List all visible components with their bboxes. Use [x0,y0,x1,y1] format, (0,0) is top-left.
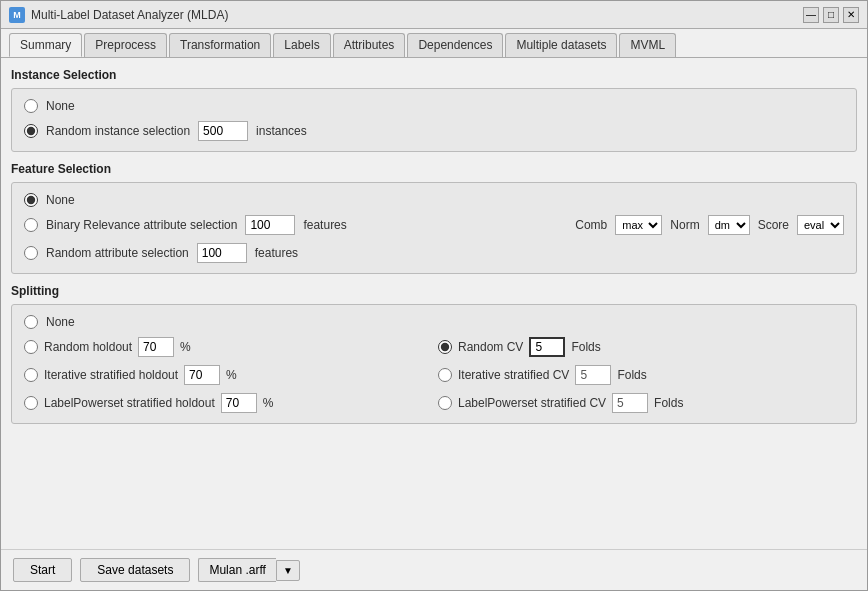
tab-attributes[interactable]: Attributes [333,33,406,57]
feature-random-row: Random attribute selection features [24,243,844,263]
splitting-box: None Random holdout % Random CV Folds [11,304,857,424]
minimize-button[interactable]: — [803,7,819,23]
feature-random-suffix: features [255,246,298,260]
splitting-lp-holdout-suffix: % [263,396,274,410]
score-label: Score [758,218,789,232]
comb-select[interactable]: max [615,215,662,235]
instance-random-row: Random instance selection instances [24,121,844,141]
splitting-random-cv-value[interactable] [529,337,565,357]
window-controls: — □ ✕ [803,7,859,23]
splitting-left-2: Iterative stratified holdout % [24,365,430,385]
instance-selection-box: None Random instance selection instances [11,88,857,152]
splitting-none-label: None [46,315,75,329]
instance-random-label: Random instance selection [46,124,190,138]
feature-selection-section: Feature Selection None Binary Relevance … [11,162,857,274]
feature-random-value[interactable] [197,243,247,263]
tab-labels[interactable]: Labels [273,33,330,57]
tab-mvml[interactable]: MVML [619,33,676,57]
instance-none-row: None [24,99,844,113]
bottom-bar: Start Save datasets Mulan .arff ▼ [1,549,867,590]
instance-random-radio[interactable] [24,124,38,138]
tab-summary[interactable]: Summary [9,33,82,57]
tab-bar: Summary Preprocess Transformation Labels… [1,29,867,58]
instance-selection-title: Instance Selection [11,68,857,82]
splitting-random-holdout-radio[interactable] [24,340,38,354]
splitting-random-holdout-value[interactable] [138,337,174,357]
splitting-lp-cv-radio[interactable] [438,396,452,410]
main-content: Instance Selection None Random instance … [1,58,867,549]
instance-selection-section: Instance Selection None Random instance … [11,68,857,152]
title-bar: M Multi-Label Dataset Analyzer (MLDA) — … [1,1,867,29]
splitting-left-3: LabelPowerset stratified holdout % [24,393,430,413]
splitting-section: Splitting None Random holdout % [11,284,857,424]
splitting-random-holdout-label: Random holdout [44,340,132,354]
splitting-left-1: Random holdout % [24,337,430,357]
splitting-iterative-cv-label: Iterative stratified CV [458,368,569,382]
splitting-lp-holdout-radio[interactable] [24,396,38,410]
splitting-none-radio[interactable] [24,315,38,329]
splitting-lp-holdout-label: LabelPowerset stratified holdout [44,396,215,410]
save-datasets-button[interactable]: Save datasets [80,558,190,582]
feature-none-row: None [24,193,844,207]
tab-preprocess[interactable]: Preprocess [84,33,167,57]
feature-random-radio[interactable] [24,246,38,260]
format-button[interactable]: Mulan .arff [198,558,275,582]
norm-select[interactable]: dm [708,215,750,235]
tab-dependences[interactable]: Dependences [407,33,503,57]
feature-binary-radio[interactable] [24,218,38,232]
splitting-lp-cv-value[interactable] [612,393,648,413]
main-window: M Multi-Label Dataset Analyzer (MLDA) — … [0,0,868,591]
splitting-random-cv-radio[interactable] [438,340,452,354]
tab-transformation[interactable]: Transformation [169,33,271,57]
instance-random-value[interactable] [198,121,248,141]
feature-selection-box: None Binary Relevance attribute selectio… [11,182,857,274]
splitting-lp-cv-label: LabelPowerset stratified CV [458,396,606,410]
format-arrow-button[interactable]: ▼ [276,560,300,581]
format-dropdown: Mulan .arff ▼ [198,558,299,582]
comb-label: Comb [575,218,607,232]
feature-none-label: None [46,193,75,207]
splitting-right-1: Random CV Folds [438,337,844,357]
instance-random-suffix: instances [256,124,307,138]
splitting-iterative-holdout-value[interactable] [184,365,220,385]
feature-binary-value[interactable] [245,215,295,235]
start-button[interactable]: Start [13,558,72,582]
splitting-right-2: Iterative stratified CV Folds [438,365,844,385]
splitting-row1: Random holdout % Random CV Folds [24,337,844,357]
score-select[interactable]: eval [797,215,844,235]
instance-none-label: None [46,99,75,113]
tab-multiple-datasets[interactable]: Multiple datasets [505,33,617,57]
splitting-iterative-cv-value[interactable] [575,365,611,385]
feature-binary-suffix: features [303,218,346,232]
close-button[interactable]: ✕ [843,7,859,23]
app-icon: M [9,7,25,23]
splitting-row3: LabelPowerset stratified holdout % Label… [24,393,844,413]
splitting-random-cv-label: Random CV [458,340,523,354]
feature-selection-title: Feature Selection [11,162,857,176]
splitting-title: Splitting [11,284,857,298]
splitting-right-3: LabelPowerset stratified CV Folds [438,393,844,413]
feature-binary-label: Binary Relevance attribute selection [46,218,237,232]
splitting-iterative-holdout-radio[interactable] [24,368,38,382]
splitting-lp-cv-suffix: Folds [654,396,683,410]
splitting-iterative-cv-radio[interactable] [438,368,452,382]
maximize-button[interactable]: □ [823,7,839,23]
feature-none-radio[interactable] [24,193,38,207]
window-title: Multi-Label Dataset Analyzer (MLDA) [31,8,797,22]
splitting-random-holdout-suffix: % [180,340,191,354]
feature-binary-row: Binary Relevance attribute selection fea… [24,215,844,235]
splitting-iterative-holdout-label: Iterative stratified holdout [44,368,178,382]
feature-random-label: Random attribute selection [46,246,189,260]
splitting-iterative-holdout-suffix: % [226,368,237,382]
splitting-random-cv-suffix: Folds [571,340,600,354]
norm-label: Norm [670,218,699,232]
splitting-none-row: None [24,315,844,329]
splitting-iterative-cv-suffix: Folds [617,368,646,382]
splitting-row2: Iterative stratified holdout % Iterative… [24,365,844,385]
splitting-lp-holdout-value[interactable] [221,393,257,413]
instance-none-radio[interactable] [24,99,38,113]
